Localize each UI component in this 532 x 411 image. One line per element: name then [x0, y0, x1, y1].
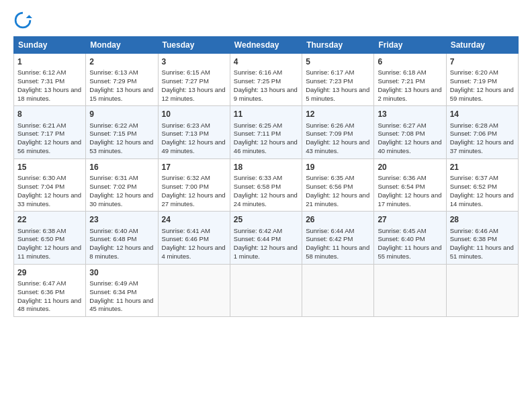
sunset-text: Sunset: 6:36 PM: [17, 288, 82, 297]
calendar-cell: 16Sunrise: 6:31 AMSunset: 7:02 PMDayligh…: [86, 158, 158, 211]
sunset-text: Sunset: 7:13 PM: [162, 130, 226, 138]
sunset-text: Sunset: 7:21 PM: [378, 77, 442, 86]
calendar-cell: 6Sunrise: 6:18 AMSunset: 7:21 PMDaylight…: [374, 54, 446, 106]
daylight-text: Daylight: 12 hours and 14 minutes.: [450, 191, 515, 209]
sunrise-text: Sunrise: 6:16 AM: [234, 68, 298, 77]
sunrise-text: Sunrise: 6:33 AM: [234, 174, 298, 183]
weekday-header-row: SundayMondayTuesdayWednesdayThursdayFrid…: [14, 37, 519, 54]
calendar-cell: 30Sunrise: 6:49 AMSunset: 6:34 PMDayligh…: [86, 264, 158, 316]
weekday-header-tuesday: Tuesday: [158, 37, 230, 54]
sunrise-text: Sunrise: 6:35 AM: [306, 174, 370, 183]
daylight-text: Daylight: 13 hours and 18 minutes.: [17, 86, 82, 103]
day-number: 9: [89, 109, 154, 120]
calendar-cell: 7Sunrise: 6:20 AMSunset: 7:19 PMDaylight…: [446, 54, 518, 106]
calendar-cell: 4Sunrise: 6:16 AMSunset: 7:25 PMDaylight…: [230, 54, 302, 106]
calendar-cell: 10Sunrise: 6:23 AMSunset: 7:13 PMDayligh…: [158, 106, 230, 158]
sunset-text: Sunset: 6:48 PM: [89, 235, 154, 244]
calendar-cell: 15Sunrise: 6:30 AMSunset: 7:04 PMDayligh…: [14, 158, 86, 211]
sunset-text: Sunset: 7:19 PM: [450, 77, 515, 86]
day-number: 23: [89, 214, 154, 225]
sunset-text: Sunset: 7:29 PM: [89, 77, 154, 86]
daylight-text: Daylight: 13 hours and 5 minutes.: [306, 86, 370, 103]
sunrise-text: Sunrise: 6:41 AM: [162, 227, 226, 236]
sunrise-text: Sunrise: 6:22 AM: [89, 122, 154, 130]
day-number: 30: [89, 267, 154, 278]
day-number: 29: [17, 267, 82, 278]
sunset-text: Sunset: 6:56 PM: [306, 183, 370, 191]
day-number: 12: [306, 109, 370, 120]
header: [13, 11, 519, 30]
day-number: 18: [234, 162, 298, 173]
day-number: 20: [378, 162, 442, 173]
sunrise-text: Sunrise: 6:21 AM: [17, 122, 82, 130]
day-number: 22: [17, 214, 82, 225]
sunrise-text: Sunrise: 6:26 AM: [306, 122, 370, 130]
calendar-cell: 23Sunrise: 6:40 AMSunset: 6:48 PMDayligh…: [86, 212, 158, 264]
sunset-text: Sunset: 7:04 PM: [17, 183, 82, 191]
sunset-text: Sunset: 7:00 PM: [162, 183, 226, 191]
daylight-text: Daylight: 12 hours and 8 minutes.: [89, 244, 154, 261]
calendar-cell: 27Sunrise: 6:45 AMSunset: 6:40 PMDayligh…: [374, 212, 446, 264]
daylight-text: Daylight: 12 hours and 59 minutes.: [450, 86, 515, 103]
day-number: 8: [17, 109, 82, 120]
calendar-cell: 2Sunrise: 6:13 AMSunset: 7:29 PMDaylight…: [86, 54, 158, 106]
sunset-text: Sunset: 7:31 PM: [17, 77, 82, 86]
daylight-text: Daylight: 12 hours and 1 minute.: [234, 244, 298, 261]
daylight-text: Daylight: 12 hours and 43 minutes.: [306, 138, 370, 156]
sunrise-text: Sunrise: 6:23 AM: [162, 122, 226, 130]
daylight-text: Daylight: 13 hours and 15 minutes.: [89, 86, 154, 103]
sunrise-text: Sunrise: 6:28 AM: [450, 122, 515, 130]
sunset-text: Sunset: 6:58 PM: [234, 183, 298, 191]
sunrise-text: Sunrise: 6:47 AM: [17, 279, 82, 288]
calendar-cell: 22Sunrise: 6:38 AMSunset: 6:50 PMDayligh…: [14, 212, 86, 264]
sunrise-text: Sunrise: 6:25 AM: [234, 122, 298, 130]
day-number: 5: [306, 56, 370, 67]
logo-icon: [13, 11, 32, 30]
calendar-week-row: 22Sunrise: 6:38 AMSunset: 6:50 PMDayligh…: [14, 212, 519, 264]
calendar-cell: [374, 264, 446, 316]
sunset-text: Sunset: 7:11 PM: [234, 130, 298, 138]
calendar-week-row: 15Sunrise: 6:30 AMSunset: 7:04 PMDayligh…: [14, 158, 519, 211]
calendar-cell: 5Sunrise: 6:17 AMSunset: 7:23 PMDaylight…: [302, 54, 374, 106]
sunset-text: Sunset: 6:34 PM: [89, 288, 154, 297]
sunrise-text: Sunrise: 6:46 AM: [450, 227, 515, 236]
daylight-text: Daylight: 12 hours and 4 minutes.: [162, 244, 226, 261]
calendar-cell: 3Sunrise: 6:15 AMSunset: 7:27 PMDaylight…: [158, 54, 230, 106]
sunrise-text: Sunrise: 6:32 AM: [162, 174, 226, 183]
sunrise-text: Sunrise: 6:38 AM: [17, 227, 82, 236]
weekday-header-saturday: Saturday: [446, 37, 518, 54]
sunset-text: Sunset: 6:46 PM: [162, 235, 226, 244]
sunrise-text: Sunrise: 6:40 AM: [89, 227, 154, 236]
daylight-text: Daylight: 12 hours and 49 minutes.: [162, 138, 226, 156]
sunrise-text: Sunrise: 6:31 AM: [89, 174, 154, 183]
daylight-text: Daylight: 12 hours and 56 minutes.: [17, 138, 82, 156]
sunset-text: Sunset: 6:54 PM: [378, 183, 442, 191]
sunrise-text: Sunrise: 6:45 AM: [378, 227, 442, 236]
day-number: 16: [89, 162, 154, 173]
calendar-cell: 21Sunrise: 6:37 AMSunset: 6:52 PMDayligh…: [446, 158, 518, 211]
calendar-cell: 24Sunrise: 6:41 AMSunset: 6:46 PMDayligh…: [158, 212, 230, 264]
sunrise-text: Sunrise: 6:49 AM: [89, 279, 154, 288]
sunrise-text: Sunrise: 6:27 AM: [378, 122, 442, 130]
sunset-text: Sunset: 6:52 PM: [450, 183, 515, 191]
day-number: 7: [450, 56, 515, 67]
sunset-text: Sunset: 6:44 PM: [234, 235, 298, 244]
sunset-text: Sunset: 7:15 PM: [89, 130, 154, 138]
calendar-cell: [158, 264, 230, 316]
day-number: 17: [162, 162, 226, 173]
daylight-text: Daylight: 11 hours and 48 minutes.: [17, 297, 82, 314]
sunset-text: Sunset: 7:25 PM: [234, 77, 298, 86]
sunset-text: Sunset: 7:17 PM: [17, 130, 82, 138]
daylight-text: Daylight: 11 hours and 51 minutes.: [450, 244, 515, 261]
daylight-text: Daylight: 12 hours and 46 minutes.: [234, 138, 298, 156]
sunset-text: Sunset: 6:38 PM: [450, 235, 515, 244]
calendar-cell: 12Sunrise: 6:26 AMSunset: 7:09 PMDayligh…: [302, 106, 374, 158]
day-number: 10: [162, 109, 226, 120]
sunset-text: Sunset: 6:40 PM: [378, 235, 442, 244]
logo: [13, 11, 35, 30]
sunset-text: Sunset: 6:42 PM: [306, 235, 370, 244]
day-number: 1: [17, 56, 82, 67]
daylight-text: Daylight: 12 hours and 27 minutes.: [162, 191, 226, 209]
daylight-text: Daylight: 13 hours and 12 minutes.: [162, 86, 226, 103]
sunrise-text: Sunrise: 6:18 AM: [378, 68, 442, 77]
